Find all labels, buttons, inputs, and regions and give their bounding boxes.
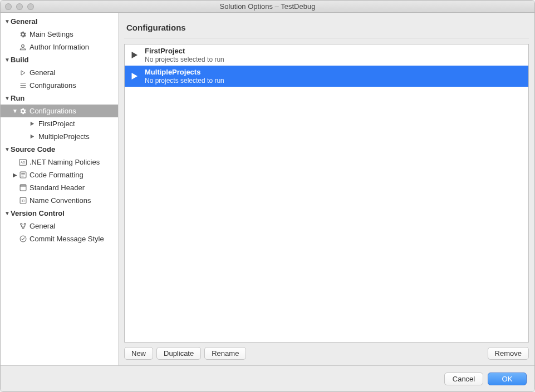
config-subtitle: No projects selected to run xyxy=(145,56,224,63)
caret-right-icon: ▶ xyxy=(12,172,18,178)
titlebar: Solution Options – TestDebug xyxy=(1,1,534,13)
list-item[interactable]: FirstProject No projects selected to run xyxy=(125,44,528,66)
sidebar-item-name-conventions[interactable]: iR Name Conventions xyxy=(1,194,118,207)
sidebar-item-code-formatting[interactable]: ▶ Code Formatting xyxy=(1,168,118,181)
sidebar-item-build-configurations[interactable]: Configurations xyxy=(1,79,118,92)
svg-text:AB: AB xyxy=(21,161,25,164)
sidebar-section-version-control[interactable]: ▼ Version Control xyxy=(1,207,118,220)
list-item[interactable]: MultipleProjects No projects selected to… xyxy=(125,66,528,87)
config-subtitle: No projects selected to run xyxy=(145,77,224,85)
sidebar-section-general[interactable]: ▼ General xyxy=(1,15,118,28)
sidebar-item-run-configurations[interactable]: ▼ Configurations xyxy=(1,105,118,117)
cancel-button[interactable]: Cancel xyxy=(444,373,483,385)
svg-point-7 xyxy=(20,224,22,225)
sidebar-item-run-multipleprojects[interactable]: MultipleProjects xyxy=(1,130,118,143)
caret-down-icon: ▼ xyxy=(4,146,11,152)
sidebar-item-author-info[interactable]: Author Information xyxy=(1,41,118,53)
solution-options-window: Solution Options – TestDebug ▼ General M… xyxy=(0,0,535,392)
person-icon xyxy=(18,43,27,52)
content-title: Configurations xyxy=(124,13,529,38)
main-split: ▼ General Main Settings Author Informati… xyxy=(1,13,534,366)
new-button[interactable]: New xyxy=(124,347,153,360)
window-title: Solution Options – TestDebug xyxy=(1,2,534,11)
sidebar-section-run[interactable]: ▼ Run xyxy=(1,92,118,105)
list-icon xyxy=(18,81,27,90)
svg-rect-4 xyxy=(20,185,26,187)
play-icon xyxy=(128,70,140,82)
svg-point-8 xyxy=(24,224,26,225)
content-panel: Configurations FirstProject No projects … xyxy=(119,13,534,365)
sidebar-item-commit-style[interactable]: Commit Message Style xyxy=(1,232,118,245)
config-name: MultipleProjects xyxy=(145,68,224,77)
check-circle-icon xyxy=(18,235,27,244)
svg-text:iR: iR xyxy=(21,199,24,202)
abbr-icon: AB xyxy=(18,158,27,167)
sidebar-section-source-code[interactable]: ▼ Source Code xyxy=(1,143,118,156)
duplicate-button[interactable]: Duplicate xyxy=(156,347,201,360)
caret-down-icon: ▼ xyxy=(12,108,18,114)
remove-button[interactable]: Remove xyxy=(488,347,529,360)
play-icon xyxy=(27,120,36,128)
caret-down-icon: ▼ xyxy=(4,57,11,63)
list-buttons: New Duplicate Rename Remove xyxy=(124,347,529,360)
play-icon xyxy=(27,132,36,141)
tag-icon: iR xyxy=(18,196,27,205)
sidebar-section-build[interactable]: ▼ Build xyxy=(1,53,118,66)
sidebar-item-vc-general[interactable]: General xyxy=(1,220,118,232)
caret-down-icon: ▼ xyxy=(4,95,11,101)
sidebar-item-build-general[interactable]: General xyxy=(1,66,118,79)
body-area: ▼ General Main Settings Author Informati… xyxy=(1,13,534,391)
caret-down-icon: ▼ xyxy=(4,210,11,216)
sidebar-item-main-settings[interactable]: Main Settings xyxy=(1,28,118,41)
sidebar-item-net-naming[interactable]: AB .NET Naming Policies xyxy=(1,156,118,168)
configurations-list[interactable]: FirstProject No projects selected to run… xyxy=(124,44,529,343)
branch-icon xyxy=(18,222,27,231)
ok-button[interactable]: OK xyxy=(488,373,527,385)
dialog-footer: Cancel OK xyxy=(1,366,534,391)
sidebar-tree[interactable]: ▼ General Main Settings Author Informati… xyxy=(1,13,119,365)
header-icon xyxy=(18,183,27,192)
play-outline-icon xyxy=(18,68,27,77)
rename-button[interactable]: Rename xyxy=(204,347,246,360)
caret-down-icon: ▼ xyxy=(4,18,11,24)
play-icon xyxy=(128,49,140,61)
sidebar-item-run-firstproject[interactable]: FirstProject xyxy=(1,117,118,130)
content-body: FirstProject No projects selected to run… xyxy=(124,44,529,360)
config-name: FirstProject xyxy=(145,47,224,56)
sidebar-item-standard-header[interactable]: Standard Header xyxy=(1,181,118,194)
gear-icon xyxy=(18,30,27,39)
gear-icon xyxy=(18,107,27,116)
paragraph-icon xyxy=(18,171,27,180)
